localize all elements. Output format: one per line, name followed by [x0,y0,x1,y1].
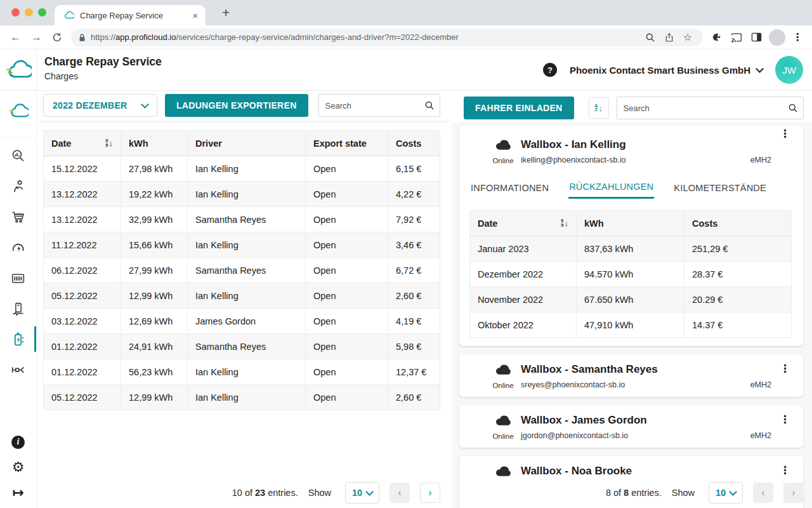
wallboxes-search-input[interactable] [617,97,804,119]
column-header-driver[interactable]: Driver [188,131,306,156]
export-charges-button[interactable]: LADUNGEN EXPORTIEREN [165,94,308,117]
charges-search [318,94,440,117]
window-close-button[interactable] [11,8,20,17]
wallbox-model: eMH2 [750,380,771,389]
search-icon[interactable] [641,32,660,43]
chevron-down-icon [365,488,374,496]
card-menu-kebab-icon[interactable]: ⋮ [777,462,793,478]
previous-page-button[interactable]: ‹ [390,483,410,503]
sort-wallboxes-button[interactable]: AZ↓ [589,97,609,119]
card-menu-kebab-icon[interactable]: ⋮ [777,126,793,142]
new-tab-button[interactable]: + [218,4,233,21]
table-row[interactable]: 15.12.202227,98 kWhIan KellingOpen6,15 € [44,156,440,182]
column-header-date[interactable]: Date 09↓ [470,211,577,236]
charges-table-header: Date 09↓ kWh Driver Export state Costs [44,131,440,156]
share-icon[interactable] [660,32,679,43]
column-header-costs[interactable]: Costs [388,131,440,156]
wallboxes-pagination: 8of8entries. Show 10 ‹ › [606,482,804,504]
page-size-dropdown[interactable]: 10 [345,482,379,504]
help-icon[interactable]: ? [543,63,557,77]
column-header-date[interactable]: Date 09↓ [44,131,121,156]
column-header-kwh[interactable]: kWh [577,211,684,236]
person-icon [10,178,26,194]
status-badge: Online [485,432,521,440]
table-row[interactable]: November 202267.650 kWh20.29 € [470,287,792,312]
table-row[interactable]: Oktober 202247,910 kWh14.37 € [470,312,792,338]
sidebar-item-emobility[interactable] [0,234,36,262]
wallbox-card-samantha-reyes[interactable]: Online Wallbox - Samantha Reyes sreyes@p… [459,354,803,397]
table-row[interactable]: 06.12.202227,99 kWhSamantha ReyesOpen6,7… [44,258,440,283]
next-page-button[interactable]: › [783,483,804,503]
wallboxes-search [617,97,804,119]
tab-informationen[interactable]: INFORMATIONEN [470,182,549,199]
proficloud-logo[interactable] [0,50,37,90]
tab-kilometerstaende[interactable]: KILOMETERSTÄNDE [673,182,767,199]
wallbox-model: eMH2 [750,431,771,440]
column-header-kwh[interactable]: kWh [121,131,188,156]
user-avatar[interactable]: JW [775,56,803,84]
wallbox-card-james-gordon[interactable]: Online Wallbox - James Gordon jgordon@ph… [459,405,803,448]
battery-charging-icon [10,331,26,347]
browser-profile-avatar[interactable] [769,29,785,46]
entries-summary: 10of23entries. [232,488,301,498]
table-row[interactable]: 13.12.202232,99 kWhSamantha ReyesOpen7,9… [44,207,440,232]
charges-search-input[interactable] [318,94,440,117]
toolbar-shadow [38,117,450,121]
sidebar-item-settings[interactable]: ⚙ [0,453,36,481]
table-row[interactable]: 05.12.202212,99 kWhIan KellingOpen2,60 € [44,283,440,309]
tab-rueckzahlungen[interactable]: RÜCKZAHLUNGEN [568,182,654,199]
table-row[interactable]: Dezember 202294.570 kWh28.37 € [470,262,792,287]
table-row[interactable]: 05.12.202212,99 kWhIan KellingOpen2,60 € [44,385,440,410]
back-icon[interactable]: ← [5,31,26,44]
forward-icon[interactable]: → [26,31,47,44]
organization-switcher[interactable]: Phoenix Contact Smart Business GmbH [566,64,766,76]
reload-icon[interactable] [47,32,67,43]
sidebar-item-proficloud-home[interactable] [0,97,36,125]
sidebar-item-charge-repay[interactable] [0,325,36,353]
month-filter-dropdown[interactable]: 2022 DEZEMBER [43,94,157,117]
card-menu-kebab-icon[interactable]: ⋮ [777,411,793,427]
side-panel-icon[interactable] [747,32,766,42]
wallbox-model: eMH2 [750,156,771,164]
page-subtitle: Charges [44,71,78,81]
table-row[interactable]: Januar 2023837,63 kWh251,29 € [470,236,792,262]
wallbox-title: Wallbox - Noa Brooke [521,465,632,478]
window-zoom-button[interactable] [38,8,46,17]
monitoring-icon [10,148,26,164]
previous-page-button[interactable]: ‹ [753,483,773,503]
sidebar-item-metering[interactable] [0,264,36,292]
sidebar-item-drivers[interactable] [0,172,36,200]
browser-tab[interactable]: Charge Repay Service × [55,5,206,25]
sidebar-item-monitoring[interactable] [0,142,36,170]
sidebar-item-integrations[interactable] [0,356,36,384]
charges-table: Date 09↓ kWh Driver Export state Costs 1… [43,130,440,410]
address-bar[interactable]: https://app.proficloud.io/services/charg… [71,29,703,46]
charges-pagination: 10of23entries. Show 10 ‹ › [232,482,440,504]
table-row[interactable]: 03.12.202212,69 kWhJames GordonOpen4,19 … [44,309,440,334]
column-header-export-state[interactable]: Export state [306,131,388,156]
invite-driver-button[interactable]: FAHRER EINLADEN [464,97,574,119]
browser-actions: ⋮ [707,29,807,46]
table-row[interactable]: 01.12.202256,23 kWhIan KellingOpen12,37 … [44,359,440,385]
sidebar-item-shop[interactable] [0,203,36,231]
sidebar-item-device-activity[interactable] [0,295,36,323]
page-size-dropdown[interactable]: 10 [709,482,743,504]
tab-close-icon[interactable]: × [191,10,199,21]
table-row[interactable]: 13.12.202219,22 kWhIan KellingOpen4,22 € [44,182,440,207]
cast-icon[interactable] [726,32,747,43]
device-pulse-icon [10,301,26,317]
extensions-puzzle-icon[interactable] [707,32,726,43]
connector-icon [10,362,26,378]
cart-icon [10,209,26,225]
bookmark-star-icon[interactable]: ☆ [679,31,697,43]
sidebar-item-info[interactable]: i [0,428,36,456]
app-header: Charge Repay Service Charges ? Phoenix C… [0,50,812,91]
column-header-costs[interactable]: Costs [684,211,792,236]
next-page-button[interactable]: › [420,483,440,503]
table-row[interactable]: 01.12.202224,91 kWhSamantha ReyesOpen5,9… [44,334,440,359]
browser-menu-kebab-icon[interactable]: ⋮ [788,31,807,43]
window-minimize-button[interactable] [25,8,33,17]
card-menu-kebab-icon[interactable]: ⋮ [777,361,793,377]
table-row[interactable]: 11.12.202215,66 kWhIan KellingOpen3,46 € [44,232,440,258]
sidebar-item-logout[interactable]: ↦ [0,479,36,507]
